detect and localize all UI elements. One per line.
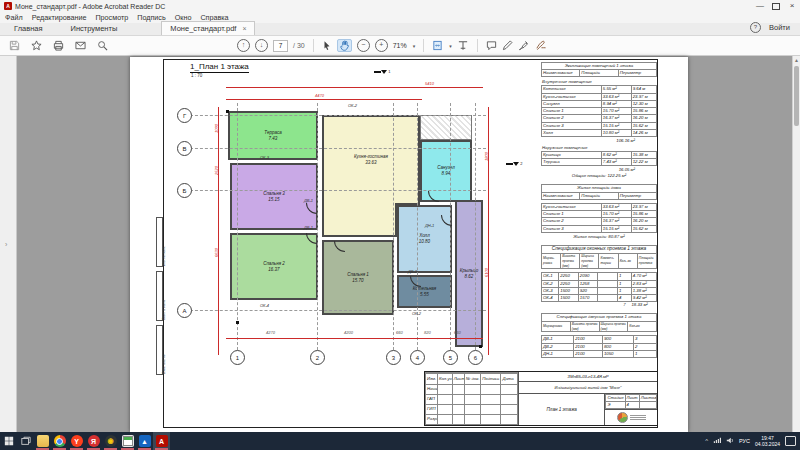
fit-caret-icon[interactable]: ▾ — [449, 43, 452, 49]
plan-scale: 1 : 70 — [191, 73, 202, 78]
dimension-value: 820 — [424, 330, 431, 335]
table-cell: 33.63 м² — [601, 203, 631, 210]
table-cell — [452, 384, 464, 394]
display-settings-button[interactable] — [457, 40, 469, 51]
pane-toggle-icon[interactable]: › — [5, 241, 7, 248]
fill-sign-button[interactable] — [535, 40, 547, 51]
table-cell — [464, 404, 481, 414]
table-row: Э4 — [606, 402, 657, 409]
dimension-line — [226, 87, 483, 88]
grid-line-b — [190, 190, 486, 191]
table-cell: 15.62 м — [631, 122, 656, 129]
table-cell: Листов — [639, 395, 656, 402]
acrobat-taskbar-button[interactable]: A — [153, 432, 170, 450]
close-button[interactable]: × — [784, 0, 800, 12]
sheet-title: План 1 этажа — [519, 394, 605, 425]
room-kitchen-ext — [322, 203, 397, 237]
notification-center-icon[interactable] — [785, 436, 796, 446]
table-row: Котельная5.55 м²9.64 м — [542, 86, 657, 93]
grid-line-a — [190, 310, 486, 311]
vertical-scrollbar[interactable]: ▲ — [792, 56, 800, 432]
select-tool-button[interactable] — [322, 40, 332, 51]
chrome-button[interactable] — [51, 432, 68, 450]
minimize-button[interactable]: — — [752, 0, 768, 12]
room-bedroom2: Спальня 216.37 — [230, 233, 318, 300]
side-stamp-cell: Взам. инв. № — [156, 325, 163, 375]
table-cell — [598, 280, 618, 287]
table-title: Спецификация оконных проемов 1 этажа — [542, 245, 657, 253]
print-button[interactable] — [53, 40, 64, 51]
maximize-button[interactable] — [768, 0, 784, 12]
section-label: Внутренние помещения — [542, 79, 657, 84]
page-number-input[interactable]: 7 — [273, 40, 288, 52]
tab-document[interactable]: Моне_стандарт.pdf × — [161, 21, 255, 35]
dimension-line — [218, 107, 219, 355]
table-cell — [452, 404, 464, 414]
page-up-button[interactable]: ↑ — [237, 39, 250, 52]
company-logo — [605, 409, 657, 425]
table-row: Спальня 315.15 м²15.62 м — [542, 122, 657, 129]
tab-tools[interactable]: Инструменты — [57, 22, 132, 35]
maps-app-button[interactable]: ◉ — [102, 432, 119, 450]
table-cell: 12.22 м — [631, 159, 656, 166]
tray-expand-icon[interactable]: ^ — [705, 438, 708, 444]
table-cell: Э — [606, 402, 625, 409]
save-button[interactable] — [9, 40, 20, 51]
table-cell: Начальник — [426, 384, 438, 394]
photos-app-button[interactable]: ▲ — [136, 432, 153, 450]
fit-width-button[interactable] — [432, 40, 443, 51]
scrollbar-thumb[interactable] — [794, 66, 799, 126]
hand-tool-button[interactable] — [337, 39, 352, 52]
zoom-level-value[interactable]: 71% — [393, 42, 407, 49]
file-explorer-button[interactable] — [34, 432, 51, 450]
grid-bubble-b: Б — [177, 183, 192, 198]
navigation-pane-strip[interactable]: › — [0, 56, 17, 432]
help-icon[interactable]: ? — [750, 22, 761, 33]
grid-bubble-a: А — [177, 303, 192, 318]
pencil-button[interactable] — [502, 40, 513, 51]
table-cell: ДВ-2 — [542, 343, 574, 350]
table-cell — [452, 394, 464, 404]
window-label: ОК-2 — [348, 103, 357, 108]
dimension-line — [226, 99, 422, 100]
document-area[interactable]: › 1_План 1 этажа 1 : 70 Терраса7.43 Спал… — [0, 56, 800, 432]
clock[interactable]: 19:47 04.03.2024 — [755, 435, 780, 448]
table-cell — [464, 414, 481, 424]
star-button[interactable] — [31, 40, 42, 51]
page-down-button[interactable]: ↓ — [255, 39, 268, 52]
yandex-app-button[interactable]: Я — [85, 432, 102, 450]
start-button[interactable] — [0, 432, 17, 450]
sign-in-button[interactable]: Войти — [769, 23, 790, 32]
zoom-in-button[interactable]: + — [375, 39, 388, 52]
spreadsheet-app-button[interactable] — [119, 432, 136, 450]
comment-button[interactable] — [486, 40, 497, 51]
zoom-out-button[interactable]: − — [357, 39, 370, 52]
table-cell: 15.15 м² — [601, 122, 631, 129]
tab-home[interactable]: Главная — [0, 22, 57, 35]
scroll-up-icon[interactable]: ▲ — [794, 57, 799, 63]
search-icon[interactable] — [97, 40, 108, 51]
table-cell: 15.38 м — [631, 151, 656, 158]
menu-file[interactable]: Файл — [5, 13, 23, 22]
email-button[interactable] — [75, 40, 86, 51]
section-label: Наружные помещения — [542, 145, 657, 150]
language-indicator[interactable]: РУС — [739, 438, 750, 444]
table-cell — [481, 404, 501, 414]
table-row: ОК-12250209014.70 м² — [542, 273, 657, 280]
grid-line-g — [190, 115, 486, 116]
table-cell: 5.55 м² — [601, 86, 631, 93]
menu-edit[interactable]: Редактирование — [32, 13, 87, 22]
dimension-value: 6100 — [484, 268, 489, 277]
sign-stamp-button[interactable] — [518, 40, 530, 51]
network-icon[interactable] — [713, 437, 721, 445]
menu-view[interactable]: Просмотр — [95, 13, 128, 22]
tab-close-icon[interactable]: × — [242, 25, 246, 32]
table-cell: № док. — [464, 374, 481, 384]
yandex-browser-button[interactable]: Y — [68, 432, 85, 450]
dimension-value: 1800 — [484, 152, 489, 161]
table-cell: 16.20 м — [631, 218, 656, 225]
table-cell: 23.97 м — [631, 203, 656, 210]
zoom-caret-icon[interactable]: ▾ — [413, 43, 416, 49]
volume-icon[interactable] — [726, 437, 734, 445]
task-view-button[interactable] — [17, 432, 34, 450]
